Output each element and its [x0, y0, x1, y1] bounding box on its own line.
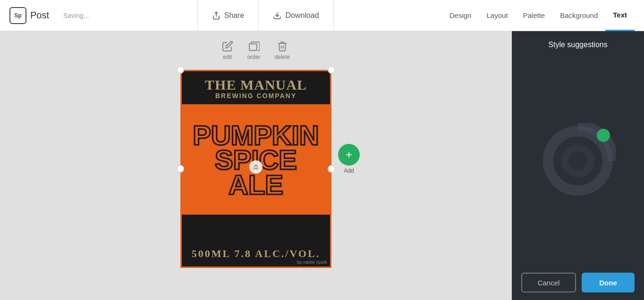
delete-icon	[277, 41, 288, 52]
nav-background[interactable]: Background	[552, 0, 605, 31]
handle-mid-right[interactable]	[328, 165, 335, 173]
app-name: Post	[30, 10, 49, 21]
done-button[interactable]: Done	[582, 273, 635, 292]
delete-label: delete	[275, 54, 290, 60]
nav-design[interactable]: Design	[442, 0, 479, 31]
poster-bottom-section: 500ML 7.8 ALC./VOL.	[182, 215, 330, 267]
poster-top-section: THE MANUAL BREWING COMPANY	[182, 71, 330, 106]
order-label: order	[247, 54, 261, 60]
main-area: edit order delete	[0, 31, 644, 300]
adobe-badge: Sp Adobe Spark	[297, 260, 327, 265]
canvas-toolbar: edit order delete	[222, 41, 290, 60]
header-center-actions: Share Download	[99, 0, 432, 31]
color-indicator-green[interactable]	[597, 129, 610, 142]
panel-title: Style suggestions	[512, 31, 644, 57]
handle-top-left[interactable]	[177, 66, 184, 74]
edit-label: edit	[223, 54, 232, 60]
share-label: Share	[224, 11, 245, 20]
order-icon	[248, 41, 260, 52]
header: Sp Post Saving... Share Download Design …	[0, 0, 644, 31]
poster-brewery-name: THE MANUAL	[186, 78, 325, 92]
nav-layout[interactable]: Layout	[479, 0, 515, 31]
nav-text[interactable]: Text	[605, 0, 635, 31]
panel-footer: Cancel Done	[512, 265, 644, 300]
right-panel: Style suggestions	[512, 31, 644, 300]
share-icon	[212, 11, 220, 20]
saving-status: Saving...	[63, 12, 89, 19]
download-icon	[273, 11, 281, 20]
svg-rect-0	[249, 44, 257, 50]
handle-top-right[interactable]	[328, 66, 335, 74]
share-button[interactable]: Share	[197, 0, 259, 31]
poster-wrapper[interactable]: THE MANUAL BREWING COMPANY PUMPKIN SPICE…	[180, 70, 331, 268]
color-wheel[interactable]	[540, 123, 616, 199]
poster-volume-text: 500ML 7.8 ALC./VOL.	[192, 248, 320, 260]
logo: Sp Post	[9, 7, 49, 24]
order-tool[interactable]: order	[247, 41, 261, 60]
color-wheel-area[interactable]	[512, 57, 644, 265]
add-button-wrapper: + Add	[338, 144, 360, 174]
svg-point-5	[568, 151, 587, 170]
add-button[interactable]: +	[338, 144, 360, 166]
delete-tool[interactable]: delete	[275, 41, 290, 60]
header-left: Sp Post Saving...	[0, 7, 99, 24]
cancel-button[interactable]: Cancel	[521, 273, 576, 292]
download-label: Download	[285, 11, 319, 20]
nav-palette[interactable]: Palette	[516, 0, 553, 31]
logo-icon: Sp	[9, 7, 26, 24]
resize-handle[interactable]	[249, 160, 263, 174]
edit-icon	[222, 41, 233, 52]
add-label: Add	[344, 167, 354, 174]
edit-tool[interactable]: edit	[222, 41, 233, 60]
add-icon: +	[346, 148, 352, 161]
download-button[interactable]: Download	[259, 0, 333, 31]
canvas-area: edit order delete	[0, 31, 512, 300]
poster-company-name: BREWING COMPANY	[186, 92, 325, 100]
header-nav: Design Layout Palette Background Text	[432, 0, 644, 31]
handle-mid-left[interactable]	[177, 165, 184, 173]
